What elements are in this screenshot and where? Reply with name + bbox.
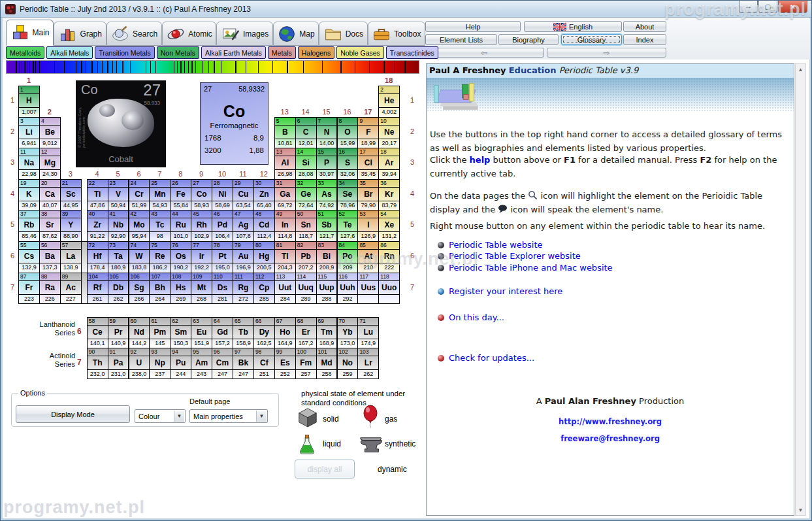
element-La[interactable]: 57La138,9 <box>60 241 82 273</box>
element-Pm[interactable]: 61Pm145 <box>149 317 171 348</box>
element-Cl[interactable]: 17Cl35,45 <box>357 148 379 180</box>
element-Uuo[interactable]: 118Uuo <box>378 273 400 305</box>
element-At[interactable]: 85At210 <box>357 241 379 273</box>
element-Mo[interactable]: 42Mo95,94 <box>129 210 150 242</box>
element-Re[interactable]: 75Re186,2 <box>149 241 171 273</box>
forward-button[interactable]: ⇨ <box>547 48 666 58</box>
element-Cd[interactable]: 48Cd112,4 <box>253 210 275 242</box>
tab-main[interactable]: Main <box>6 20 54 46</box>
maximize-button[interactable]: ▢ <box>758 1 777 13</box>
element-N[interactable]: 7N14,00 <box>316 117 338 149</box>
element-Uus[interactable]: 117Uus <box>357 273 379 305</box>
element-S[interactable]: 16S32,06 <box>337 148 359 180</box>
element-Ag[interactable]: 47Ag107,8 <box>233 210 254 242</box>
back-button[interactable]: ⇦ <box>424 48 544 58</box>
element-Kr[interactable]: 36Kr83,79 <box>378 179 400 211</box>
element-Mg[interactable]: 12Mg24,30 <box>39 148 61 180</box>
element-Es[interactable]: 99Es252 <box>274 348 296 379</box>
display-mode-button[interactable]: Display Mode <box>16 405 130 423</box>
element-Lu[interactable]: 71Lu174,9 <box>357 317 379 348</box>
element-Xe[interactable]: 54Xe131,2 <box>378 210 400 242</box>
element-Sc[interactable]: 21Sc44,95 <box>60 179 82 211</box>
element-K[interactable]: 19K39,09 <box>18 179 40 211</box>
element-Lr[interactable]: 103Lr262 <box>357 348 379 379</box>
element-Cf[interactable]: 98Cf251 <box>253 348 275 379</box>
element-Hs[interactable]: 108Hs269 <box>170 273 191 305</box>
element-Ar[interactable]: 18Ar39,94 <box>378 148 400 180</box>
link-label[interactable]: Check for updates... <box>449 353 534 363</box>
element-Uup[interactable]: 115Uup288 <box>316 273 338 305</box>
element-Nb[interactable]: 41Nb92,90 <box>108 210 129 242</box>
element-Al[interactable]: 13Al26,98 <box>274 148 296 180</box>
element-Nd[interactable]: 60Nd144,2 <box>129 317 150 348</box>
element-Cs[interactable]: 55Cs132,9 <box>18 241 40 273</box>
element-Ho[interactable]: 67Ho164,9 <box>274 317 296 348</box>
element-Uuh[interactable]: 116Uuh292 <box>337 273 359 305</box>
element-Am[interactable]: 95Am243 <box>191 348 212 379</box>
element-Cr[interactable]: 24Cr51,99 <box>129 179 150 211</box>
element-Tb[interactable]: 65Tb158,9 <box>233 317 254 348</box>
default-page-select[interactable]: Main properties ▼ <box>189 409 268 423</box>
element-Bh[interactable]: 107Bh264 <box>149 273 171 305</box>
element-Ca[interactable]: 20Ca40,07 <box>39 179 61 211</box>
element-Db[interactable]: 105Db262 <box>108 273 129 305</box>
element-Sm[interactable]: 62Sm150,3 <box>170 317 191 348</box>
element-Au[interactable]: 79Au196,9 <box>233 241 254 273</box>
element-Ir[interactable]: 77Ir192,2 <box>191 241 212 273</box>
help-button[interactable]: Help <box>425 21 521 32</box>
element-P[interactable]: 15P30,97 <box>316 148 338 180</box>
element-Na[interactable]: 11Na22,98 <box>18 148 40 180</box>
element-Tc[interactable]: 43Tc98 <box>149 210 171 242</box>
element-Ds[interactable]: 110Ds281 <box>212 273 233 305</box>
info-panel-scrollbar[interactable]: ▲ ▼ <box>795 63 806 516</box>
element-Tl[interactable]: 81Tl204,3 <box>274 241 296 273</box>
element-Rn[interactable]: 86Rn222 <box>378 241 400 273</box>
scroll-down-button[interactable]: ▼ <box>796 505 805 515</box>
colour-select[interactable]: Colour ▼ <box>135 409 186 423</box>
email-link[interactable]: freeware@freshney.org <box>427 434 794 443</box>
element-Dy[interactable]: 66Dy162,5 <box>253 317 275 348</box>
element-Zr[interactable]: 40Zr91,22 <box>87 210 108 242</box>
element-Ra[interactable]: 88Ra226 <box>39 273 61 305</box>
language-button[interactable]: English <box>524 21 622 32</box>
element-Si[interactable]: 14Si28,08 <box>295 148 317 180</box>
element-Li[interactable]: 3Li6,941 <box>18 117 40 149</box>
element-Mn[interactable]: 25Mn54,93 <box>149 179 171 211</box>
element-Uut[interactable]: 113Uut284 <box>274 273 296 305</box>
element-Gd[interactable]: 64Gd157,2 <box>212 317 233 348</box>
close-button[interactable]: ✕ <box>778 1 807 13</box>
element-Ne[interactable]: 10Ne20,17 <box>378 117 400 149</box>
element-Pt[interactable]: 78Pt195,0 <box>212 241 233 273</box>
glossary-button[interactable]: Glossary <box>561 34 622 45</box>
link-periodic-table-iphone-and-mac-website[interactable]: Periodic Table iPhone and Mac website <box>427 263 794 273</box>
biography-button[interactable]: Biography <box>498 34 559 45</box>
element-Ba[interactable]: 56Ba137,3 <box>39 241 61 273</box>
element-Ac[interactable]: 89Ac227 <box>60 273 82 305</box>
link-periodic-table-website[interactable]: Periodic Table website <box>427 240 794 250</box>
element-F[interactable]: 9F18,99 <box>357 117 379 149</box>
element-W[interactable]: 74W183,8 <box>129 241 150 273</box>
element-Pr[interactable]: 59Pr140,9 <box>108 317 129 348</box>
element-Rg[interactable]: 111Rg272 <box>233 273 254 305</box>
element-O[interactable]: 8O15,99 <box>337 117 359 149</box>
element-As[interactable]: 33As74,92 <box>316 179 338 211</box>
element-Ce[interactable]: 58Ce140,1 <box>87 317 108 348</box>
element-Pb[interactable]: 82Pb207,2 <box>295 241 317 273</box>
element-Sr[interactable]: 38Sr87,62 <box>39 210 61 242</box>
element-C[interactable]: 6C12,01 <box>295 117 317 149</box>
link-label[interactable]: Periodic Table Explorer website <box>449 251 581 261</box>
element-Se[interactable]: 34Se78,96 <box>337 179 359 211</box>
element-Fe[interactable]: 26Fe55,84 <box>170 179 191 211</box>
element-Ta[interactable]: 73Ta180,9 <box>108 241 129 273</box>
element-Sb[interactable]: 51Sb121,7 <box>316 210 338 242</box>
element-Ga[interactable]: 31Ga69,72 <box>274 179 296 211</box>
element-Fr[interactable]: 87Fr223 <box>18 273 40 305</box>
element-Th[interactable]: 90Th232,0 <box>87 348 108 379</box>
element-Np[interactable]: 93Np237 <box>149 348 171 379</box>
element-Zn[interactable]: 30Zn65,40 <box>253 179 275 211</box>
element-In[interactable]: 49In114,8 <box>274 210 296 242</box>
element-Ti[interactable]: 22Ti47,86 <box>87 179 108 211</box>
about-button[interactable]: About <box>623 21 666 32</box>
element-Cu[interactable]: 29Cu63,54 <box>233 179 254 211</box>
element-Ru[interactable]: 44Ru101,0 <box>170 210 191 242</box>
